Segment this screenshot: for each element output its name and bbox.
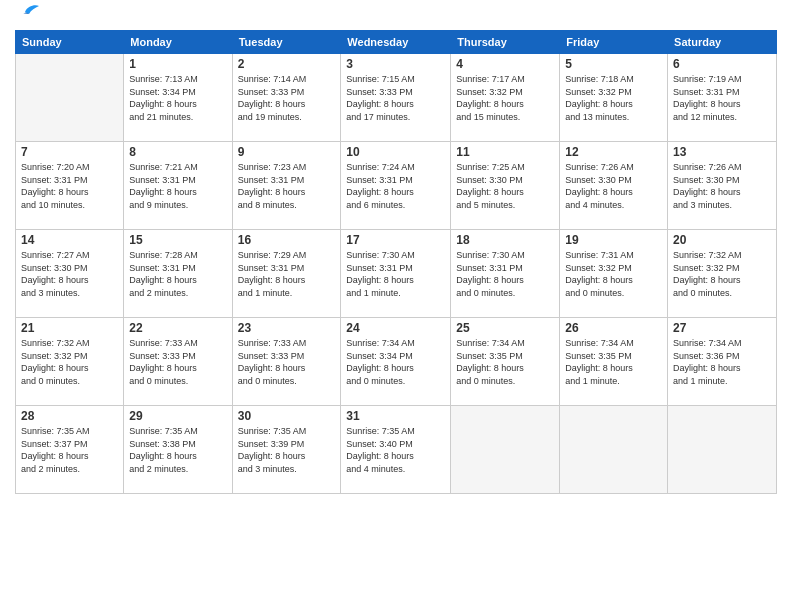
calendar-cell: 31Sunrise: 7:35 AMSunset: 3:40 PMDayligh… — [341, 406, 451, 494]
calendar-cell: 18Sunrise: 7:30 AMSunset: 3:31 PMDayligh… — [451, 230, 560, 318]
day-number: 26 — [565, 321, 662, 335]
day-number: 15 — [129, 233, 226, 247]
day-info: Sunrise: 7:34 AMSunset: 3:34 PMDaylight:… — [346, 337, 445, 387]
day-number: 2 — [238, 57, 336, 71]
day-info: Sunrise: 7:35 AMSunset: 3:37 PMDaylight:… — [21, 425, 118, 475]
calendar-cell: 30Sunrise: 7:35 AMSunset: 3:39 PMDayligh… — [232, 406, 341, 494]
day-number: 1 — [129, 57, 226, 71]
calendar-week-row: 14Sunrise: 7:27 AMSunset: 3:30 PMDayligh… — [16, 230, 777, 318]
calendar-day-header: Wednesday — [341, 31, 451, 54]
calendar-cell: 4Sunrise: 7:17 AMSunset: 3:32 PMDaylight… — [451, 54, 560, 142]
calendar-day-header: Monday — [124, 31, 232, 54]
day-info: Sunrise: 7:35 AMSunset: 3:38 PMDaylight:… — [129, 425, 226, 475]
day-number: 25 — [456, 321, 554, 335]
day-number: 29 — [129, 409, 226, 423]
logo — [15, 10, 39, 22]
day-number: 27 — [673, 321, 771, 335]
calendar-cell: 7Sunrise: 7:20 AMSunset: 3:31 PMDaylight… — [16, 142, 124, 230]
calendar-cell: 3Sunrise: 7:15 AMSunset: 3:33 PMDaylight… — [341, 54, 451, 142]
calendar-cell: 11Sunrise: 7:25 AMSunset: 3:30 PMDayligh… — [451, 142, 560, 230]
day-info: Sunrise: 7:32 AMSunset: 3:32 PMDaylight:… — [673, 249, 771, 299]
calendar-table: SundayMondayTuesdayWednesdayThursdayFrid… — [15, 30, 777, 494]
day-info: Sunrise: 7:21 AMSunset: 3:31 PMDaylight:… — [129, 161, 226, 211]
calendar-cell: 13Sunrise: 7:26 AMSunset: 3:30 PMDayligh… — [668, 142, 777, 230]
day-number: 18 — [456, 233, 554, 247]
calendar-cell: 28Sunrise: 7:35 AMSunset: 3:37 PMDayligh… — [16, 406, 124, 494]
day-info: Sunrise: 7:19 AMSunset: 3:31 PMDaylight:… — [673, 73, 771, 123]
day-info: Sunrise: 7:35 AMSunset: 3:39 PMDaylight:… — [238, 425, 336, 475]
day-number: 22 — [129, 321, 226, 335]
day-number: 5 — [565, 57, 662, 71]
day-info: Sunrise: 7:30 AMSunset: 3:31 PMDaylight:… — [456, 249, 554, 299]
day-number: 17 — [346, 233, 445, 247]
day-number: 9 — [238, 145, 336, 159]
day-number: 11 — [456, 145, 554, 159]
day-info: Sunrise: 7:14 AMSunset: 3:33 PMDaylight:… — [238, 73, 336, 123]
day-info: Sunrise: 7:33 AMSunset: 3:33 PMDaylight:… — [238, 337, 336, 387]
calendar-cell — [16, 54, 124, 142]
day-info: Sunrise: 7:35 AMSunset: 3:40 PMDaylight:… — [346, 425, 445, 475]
calendar-cell: 29Sunrise: 7:35 AMSunset: 3:38 PMDayligh… — [124, 406, 232, 494]
calendar-header-row: SundayMondayTuesdayWednesdayThursdayFrid… — [16, 31, 777, 54]
day-info: Sunrise: 7:34 AMSunset: 3:35 PMDaylight:… — [565, 337, 662, 387]
day-info: Sunrise: 7:17 AMSunset: 3:32 PMDaylight:… — [456, 73, 554, 123]
day-number: 3 — [346, 57, 445, 71]
day-info: Sunrise: 7:27 AMSunset: 3:30 PMDaylight:… — [21, 249, 118, 299]
day-number: 20 — [673, 233, 771, 247]
day-info: Sunrise: 7:34 AMSunset: 3:36 PMDaylight:… — [673, 337, 771, 387]
logo-bird-icon — [17, 4, 39, 22]
calendar-cell — [668, 406, 777, 494]
calendar-cell: 19Sunrise: 7:31 AMSunset: 3:32 PMDayligh… — [560, 230, 668, 318]
calendar-cell: 1Sunrise: 7:13 AMSunset: 3:34 PMDaylight… — [124, 54, 232, 142]
calendar-cell: 8Sunrise: 7:21 AMSunset: 3:31 PMDaylight… — [124, 142, 232, 230]
day-info: Sunrise: 7:18 AMSunset: 3:32 PMDaylight:… — [565, 73, 662, 123]
calendar-cell: 20Sunrise: 7:32 AMSunset: 3:32 PMDayligh… — [668, 230, 777, 318]
calendar-day-header: Thursday — [451, 31, 560, 54]
day-info: Sunrise: 7:30 AMSunset: 3:31 PMDaylight:… — [346, 249, 445, 299]
calendar-cell: 16Sunrise: 7:29 AMSunset: 3:31 PMDayligh… — [232, 230, 341, 318]
calendar-cell: 26Sunrise: 7:34 AMSunset: 3:35 PMDayligh… — [560, 318, 668, 406]
day-number: 7 — [21, 145, 118, 159]
day-info: Sunrise: 7:26 AMSunset: 3:30 PMDaylight:… — [565, 161, 662, 211]
day-number: 21 — [21, 321, 118, 335]
day-info: Sunrise: 7:20 AMSunset: 3:31 PMDaylight:… — [21, 161, 118, 211]
day-number: 16 — [238, 233, 336, 247]
calendar-day-header: Sunday — [16, 31, 124, 54]
day-info: Sunrise: 7:31 AMSunset: 3:32 PMDaylight:… — [565, 249, 662, 299]
calendar-cell: 22Sunrise: 7:33 AMSunset: 3:33 PMDayligh… — [124, 318, 232, 406]
day-number: 23 — [238, 321, 336, 335]
calendar-cell: 14Sunrise: 7:27 AMSunset: 3:30 PMDayligh… — [16, 230, 124, 318]
day-info: Sunrise: 7:28 AMSunset: 3:31 PMDaylight:… — [129, 249, 226, 299]
calendar-cell: 10Sunrise: 7:24 AMSunset: 3:31 PMDayligh… — [341, 142, 451, 230]
day-info: Sunrise: 7:26 AMSunset: 3:30 PMDaylight:… — [673, 161, 771, 211]
day-number: 31 — [346, 409, 445, 423]
day-info: Sunrise: 7:29 AMSunset: 3:31 PMDaylight:… — [238, 249, 336, 299]
day-number: 13 — [673, 145, 771, 159]
calendar-cell: 12Sunrise: 7:26 AMSunset: 3:30 PMDayligh… — [560, 142, 668, 230]
calendar-cell: 9Sunrise: 7:23 AMSunset: 3:31 PMDaylight… — [232, 142, 341, 230]
day-number: 8 — [129, 145, 226, 159]
day-number: 4 — [456, 57, 554, 71]
calendar-day-header: Friday — [560, 31, 668, 54]
calendar-cell: 6Sunrise: 7:19 AMSunset: 3:31 PMDaylight… — [668, 54, 777, 142]
day-info: Sunrise: 7:34 AMSunset: 3:35 PMDaylight:… — [456, 337, 554, 387]
calendar-cell: 15Sunrise: 7:28 AMSunset: 3:31 PMDayligh… — [124, 230, 232, 318]
calendar-cell: 5Sunrise: 7:18 AMSunset: 3:32 PMDaylight… — [560, 54, 668, 142]
day-info: Sunrise: 7:33 AMSunset: 3:33 PMDaylight:… — [129, 337, 226, 387]
page: SundayMondayTuesdayWednesdayThursdayFrid… — [0, 0, 792, 612]
calendar-day-header: Saturday — [668, 31, 777, 54]
calendar-cell: 21Sunrise: 7:32 AMSunset: 3:32 PMDayligh… — [16, 318, 124, 406]
calendar-week-row: 7Sunrise: 7:20 AMSunset: 3:31 PMDaylight… — [16, 142, 777, 230]
calendar-cell: 17Sunrise: 7:30 AMSunset: 3:31 PMDayligh… — [341, 230, 451, 318]
calendar-cell: 27Sunrise: 7:34 AMSunset: 3:36 PMDayligh… — [668, 318, 777, 406]
day-number: 6 — [673, 57, 771, 71]
day-info: Sunrise: 7:24 AMSunset: 3:31 PMDaylight:… — [346, 161, 445, 211]
calendar-cell: 25Sunrise: 7:34 AMSunset: 3:35 PMDayligh… — [451, 318, 560, 406]
day-number: 12 — [565, 145, 662, 159]
day-number: 19 — [565, 233, 662, 247]
calendar-week-row: 28Sunrise: 7:35 AMSunset: 3:37 PMDayligh… — [16, 406, 777, 494]
calendar-cell — [451, 406, 560, 494]
day-info: Sunrise: 7:13 AMSunset: 3:34 PMDaylight:… — [129, 73, 226, 123]
calendar-cell — [560, 406, 668, 494]
day-number: 30 — [238, 409, 336, 423]
